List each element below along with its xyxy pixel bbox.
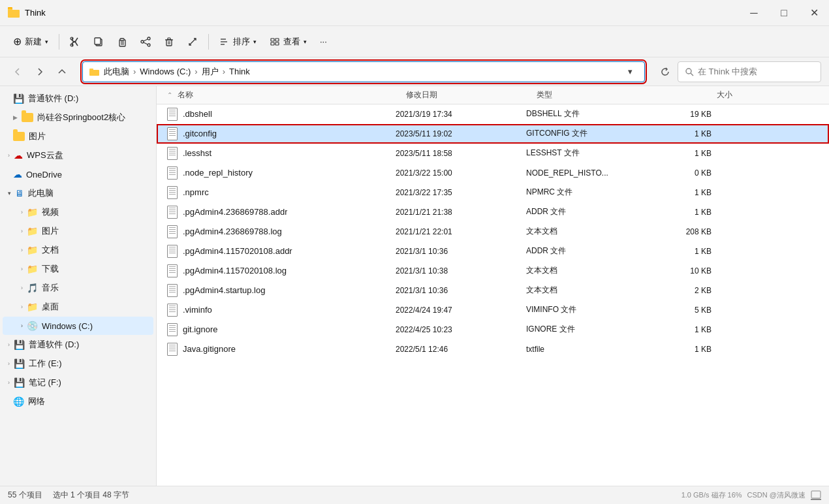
sidebar-item-wps[interactable]: › ☁ WPS云盘: [3, 146, 153, 165]
new-label: 新建: [25, 36, 42, 48]
delete-button[interactable]: [159, 33, 180, 50]
table-row[interactable]: .pgAdmin4.236869788.log2021/1/21 22:01文本…: [157, 222, 829, 242]
file-name-cell: .gitconfig: [167, 127, 396, 140]
sidebar-item-drivee[interactable]: › 💾 工作 (E:): [3, 354, 153, 373]
chevron-right-icon: ›: [21, 266, 23, 272]
table-row[interactable]: .npmrc2021/3/22 17:35NPMRC 文件1 KB: [157, 183, 829, 202]
chevron-right-icon: ▶: [13, 114, 18, 121]
sidebar-item-download[interactable]: › 📁 下载: [3, 260, 153, 278]
sort-button[interactable]: 排序 ▾: [214, 33, 262, 51]
file-doc-icon: [167, 245, 178, 258]
table-row[interactable]: .pgAdmin4.1157020108.log2021/3/1 10:38文本…: [157, 261, 829, 281]
sidebar-label: 音乐: [42, 282, 59, 294]
file-doc-icon: [167, 186, 178, 199]
file-area: ⌃ 名称 修改日期 类型 大小 .dbshell2021/3/19 17:34D…: [157, 86, 829, 486]
svg-point-14: [148, 44, 150, 46]
up-button[interactable]: [52, 62, 72, 82]
file-type-cell: 文本文档: [526, 285, 644, 296]
col-header-name[interactable]: 名称: [178, 86, 406, 104]
back-button[interactable]: [8, 62, 27, 82]
minimize-button[interactable]: ─: [739, 0, 769, 26]
col-header-size[interactable]: 大小: [654, 86, 732, 104]
file-date-cell: 2022/5/1 12:46: [396, 345, 526, 354]
computer-icon: 🖥: [15, 188, 24, 198]
path-part-pc[interactable]: 此电脑: [104, 66, 129, 78]
table-row[interactable]: Java.gitignore2022/5/1 12:46txtfile1 KB: [157, 339, 829, 359]
search-input[interactable]: [698, 67, 814, 76]
share-button[interactable]: [135, 33, 156, 50]
cut-button[interactable]: [65, 33, 86, 50]
new-button[interactable]: ⊕ 新建 ▾: [8, 32, 54, 51]
sidebar-item-desktop[interactable]: › 📁 桌面: [3, 298, 153, 316]
svg-line-15: [144, 39, 148, 41]
svg-point-32: [686, 69, 691, 74]
svg-rect-31: [89, 69, 93, 71]
forward-button[interactable]: [30, 62, 50, 82]
file-size-cell: 1 KB: [644, 325, 722, 334]
file-date-cell: 2022/4/25 10:23: [396, 325, 526, 334]
file-name-cell: .pgAdmin4.236869788.log: [167, 225, 396, 238]
file-type-cell: DBSHELL 文件: [526, 108, 644, 119]
table-row[interactable]: git.ignore2022/4/25 10:23IGNORE 文件1 KB: [157, 320, 829, 339]
refresh-button[interactable]: [655, 62, 675, 82]
toolbar-separator-1: [59, 34, 59, 50]
table-row[interactable]: .pgAdmin4.1157020108.addr2021/3/1 10:36A…: [157, 242, 829, 261]
folder-address-icon: [89, 67, 100, 77]
col-header-type[interactable]: 类型: [537, 86, 654, 104]
sidebar-item-network[interactable]: 🌐 网络: [3, 392, 153, 411]
address-dropdown-button[interactable]: ▾: [622, 64, 638, 80]
sidebar-item-drivef[interactable]: › 💾 笔记 (F:): [3, 373, 153, 392]
toolbar-separator-2: [208, 34, 209, 50]
svg-rect-30: [89, 70, 99, 76]
file-list: .dbshell2021/3/19 17:34DBSHELL 文件19 KB.g…: [157, 104, 829, 486]
sidebar-item-pic2[interactable]: › 📁 图片: [3, 222, 153, 240]
close-button[interactable]: ✕: [799, 0, 829, 26]
sidebar-item-onedrive[interactable]: ☁ OneDrive: [3, 165, 153, 183]
file-name-cell: .pgAdmin4.236869788.addr: [167, 206, 396, 219]
file-name-cell: git.ignore: [167, 323, 396, 336]
sidebar-item-drived-bottom[interactable]: › 💾 普通软件 (D:): [3, 336, 153, 354]
onedrive-icon: ☁: [13, 169, 22, 180]
chevron-right-icon: ›: [21, 228, 23, 234]
search-box[interactable]: [678, 61, 821, 82]
table-row[interactable]: .viminfo2022/4/24 19:47VIMINFO 文件5 KB: [157, 300, 829, 320]
address-box[interactable]: 此电脑 › Windows (C:) › 用户 › Think ▾: [82, 61, 645, 82]
sidebar-item-picture1[interactable]: 图片: [3, 127, 153, 146]
sidebar-item-video[interactable]: › 📁 视频: [3, 203, 153, 221]
file-type-cell: NODE_REPL_HISTO...: [526, 168, 644, 178]
path-part-users[interactable]: 用户: [202, 66, 219, 78]
paste-button[interactable]: [112, 33, 133, 50]
chevron-right-icon: ›: [21, 304, 23, 310]
file-name-text: .npmrc: [183, 187, 209, 197]
sidebar-item-drived-top[interactable]: 💾 普通软件 (D:): [3, 89, 153, 108]
svg-line-22: [189, 39, 196, 45]
table-row[interactable]: .dbshell2021/3/19 17:34DBSHELL 文件19 KB: [157, 104, 829, 124]
selected-info: 选中 1 个项目 48 字节: [53, 490, 129, 501]
copy-button[interactable]: [88, 33, 109, 50]
file-size-cell: 1 KB: [644, 208, 722, 217]
col-header-date[interactable]: 修改日期: [406, 86, 537, 104]
sidebar-label: 视频: [42, 206, 59, 218]
maximize-button[interactable]: □: [769, 0, 799, 26]
table-row[interactable]: .node_repl_history2021/3/22 15:00NODE_RE…: [157, 163, 829, 183]
move-button[interactable]: [182, 33, 203, 50]
file-name-text: .node_repl_history: [183, 168, 253, 178]
sidebar-item-windowsc[interactable]: › 💿 Windows (C:): [3, 317, 153, 335]
sidebar-item-docs[interactable]: › 📁 文档: [3, 241, 153, 259]
title-text: Think: [25, 8, 46, 18]
table-row[interactable]: .lesshst2023/5/11 18:58LESSHST 文件1 KB: [157, 144, 829, 163]
view-button[interactable]: 查看 ▾: [264, 33, 312, 51]
col-type-label: 类型: [537, 89, 552, 101]
table-row[interactable]: .pgAdmin4.236869788.addr2021/1/21 21:38A…: [157, 202, 829, 222]
path-part-c[interactable]: Windows (C:): [140, 67, 191, 76]
sidebar-item-thispc[interactable]: ▾ 🖥 此电脑: [3, 184, 153, 202]
more-button[interactable]: ···: [315, 33, 332, 50]
path-part-think[interactable]: Think: [229, 67, 250, 76]
file-name-text: .pgAdmin4.1157020108.log: [183, 266, 287, 276]
sidebar-item-springboot[interactable]: ▶ 尚硅谷Springboot2核心: [3, 108, 153, 127]
file-type-cell: ADDR 文件: [526, 206, 644, 217]
sidebar-item-music[interactable]: › 🎵 音乐: [3, 279, 153, 297]
trash-icon: [164, 37, 174, 47]
table-row[interactable]: .gitconfig2023/5/11 19:02GITCONFIG 文件1 K…: [157, 124, 829, 144]
table-row[interactable]: .pgAdmin4.startup.log2021/3/1 10:36文本文档2…: [157, 281, 829, 300]
